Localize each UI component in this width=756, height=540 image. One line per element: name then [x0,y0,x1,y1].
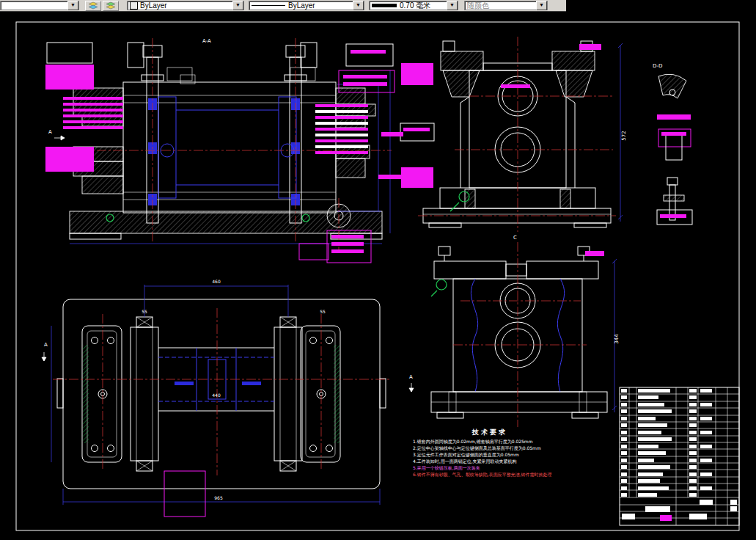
linetype-control[interactable]: ByLayer ▼ [249,1,364,10]
tech-line-3: 3.定位元件工作表面对定位键侧面的垂直度为0.05mm [413,452,519,458]
dim-plate-left: 55 [142,309,147,314]
section-label-c: C [513,235,517,241]
section-arrow-a-plan-left: A [44,342,48,348]
tech-line-6: 6.铸件不得有砂眼、气孔、裂纹等缺陷,表面应平整光洁,铸件需时效处理 [413,472,552,478]
plotstyle-value: 随颜色 [467,1,535,10]
chevron-down-icon[interactable]: ▼ [447,1,458,10]
tech-line-4: 4.工件装卸时,用一面两销定位,夹紧采用联动夹紧机构 [413,459,517,464]
section-label-aa: A-A [202,38,211,44]
dim-plate-right: 55 [320,309,326,314]
tech-line-5: 5.采用一个铰链压板,两面一次装夹 [413,465,480,471]
properties-toolbar: ▼ ByLayer ▼ ByLayer ▼ 0.70 毫米 ▼ 随颜色 ▼ [0,0,566,12]
chevron-down-icon[interactable]: ▼ [67,1,78,10]
color-control[interactable]: ByLayer ▼ [127,1,244,10]
chevron-down-icon: ▼ [536,1,547,10]
tech-title: 技术要求 [471,428,507,436]
tech-line-2: 2.定位中心架轴线中心与定位键侧面及总装基面平行度为0.05mm [413,445,541,451]
linetype-value: ByLayer [288,1,351,10]
layer-previous-button[interactable] [103,1,119,11]
color-swatch-icon [130,1,138,10]
section-arrow-a-front: A [48,129,52,135]
linetype-sample-icon [252,5,285,6]
drawing-canvas[interactable]: A-A [0,0,756,540]
detail-label-dd: D-D [653,63,662,69]
make-object-layer-current-button[interactable] [85,1,101,11]
lineweight-control[interactable]: 0.70 毫米 ▼ [369,1,458,10]
dim-plan-overall: 965 [214,495,223,500]
tech-line-1: 1.锥套内外圆同轴度为0.02mm,锥套轴肩平行度为0.025mm [413,439,533,445]
plotstyle-control: 随颜色 ▼ [464,1,548,10]
dim-end-top-height: 572 [621,131,627,140]
section-arrow-a-plan-right: A [409,374,413,380]
chevron-down-icon[interactable]: ▼ [232,1,243,10]
dim-plan-top: 460 [212,279,221,284]
dim-plan-center: 440 [212,393,221,398]
lineweight-sample-icon [372,4,397,7]
layers-back-icon [105,1,117,10]
lineweight-value: 0.70 毫米 [400,1,445,10]
layers-icon [87,1,99,10]
color-value: ByLayer [140,1,231,10]
chevron-down-icon[interactable]: ▼ [353,1,364,10]
title-block-table[interactable] [620,387,739,525]
layer-control[interactable]: ▼ [0,1,79,10]
dim-end-bottom-height: 344 [614,334,620,344]
